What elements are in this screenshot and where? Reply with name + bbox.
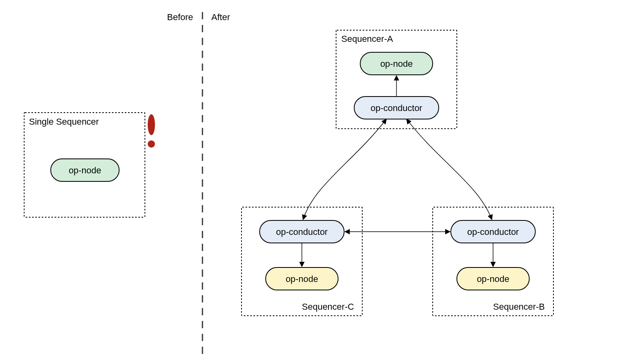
seq-a-op-node-label: op-node <box>380 59 413 69</box>
sequencer-a-label: Sequencer-A <box>341 34 393 44</box>
single-sequencer-label: Single Sequencer <box>29 117 99 127</box>
before-group: Single Sequencer op-node <box>24 113 155 217</box>
after-group: Sequencer-A op-node op-conductor op-cond… <box>242 30 553 316</box>
sequencer-c-box: op-conductor op-node Sequencer-C <box>242 207 362 316</box>
sequencer-architecture-diagram: Before After Single Sequencer op-node Se… <box>0 0 644 364</box>
sequencer-b-box: op-conductor op-node Sequencer-B <box>433 207 553 316</box>
link-a-to-c <box>303 119 386 220</box>
sequencer-c-label: Sequencer-C <box>302 302 354 312</box>
sequencer-a-box: Sequencer-A op-node op-conductor <box>336 30 457 129</box>
alert-icon <box>148 114 155 148</box>
after-heading: After <box>211 12 230 22</box>
seq-b-op-conductor-label: op-conductor <box>467 227 519 237</box>
link-a-to-b <box>407 119 492 220</box>
before-heading: Before <box>167 12 193 22</box>
before-op-node-label: op-node <box>69 165 101 175</box>
sequencer-b-label: Sequencer-B <box>493 302 545 312</box>
svg-point-0 <box>148 114 155 135</box>
seq-b-op-node-label: op-node <box>477 274 510 284</box>
svg-point-1 <box>148 140 155 148</box>
seq-a-op-conductor-label: op-conductor <box>371 103 422 113</box>
seq-c-op-node-label: op-node <box>286 274 318 284</box>
seq-c-op-conductor-label: op-conductor <box>276 227 328 237</box>
